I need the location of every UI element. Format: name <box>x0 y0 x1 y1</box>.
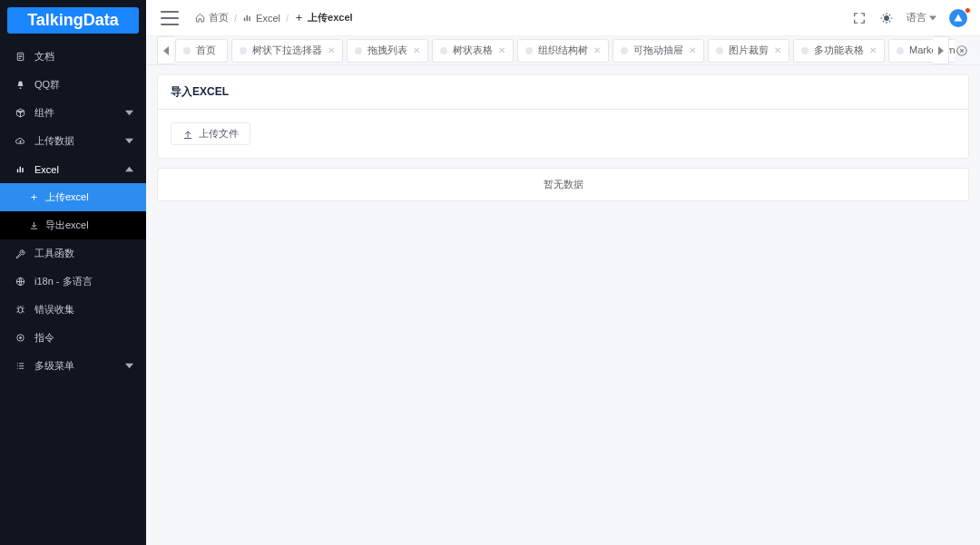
content-area: 导入EXCEL 上传文件 暂无数据 <box>146 65 980 545</box>
user-avatar[interactable] <box>949 7 971 29</box>
home-icon <box>195 13 205 23</box>
sidebar-subitem-4-0[interactable]: 上传excel <box>0 183 146 211</box>
language-label: 语言 <box>906 11 926 24</box>
sidebar-item-6[interactable]: i18n - 多语言 <box>0 268 146 296</box>
svg-point-12 <box>884 15 889 21</box>
svg-rect-11 <box>249 16 250 21</box>
chevron-down-icon <box>929 15 936 22</box>
sidebar-item-9[interactable]: 多级菜单 <box>0 352 146 380</box>
chevron-down-icon <box>125 362 133 370</box>
svg-rect-10 <box>247 15 248 21</box>
breadcrumb-separator: / <box>286 13 289 24</box>
sidebar-item-label: 指令 <box>34 331 54 345</box>
bar-icon <box>13 164 27 174</box>
tab-0[interactable]: 首页 <box>175 39 228 63</box>
upload-file-button[interactable]: 上传文件 <box>171 122 250 145</box>
sidebar-subitem-label: 导出excel <box>45 219 89 232</box>
tab-3[interactable]: 树状表格✕ <box>432 39 514 63</box>
tab-status-dot <box>525 47 533 54</box>
sidebar-item-3[interactable]: 上传数据 <box>0 127 146 155</box>
sidebar-item-label: QQ群 <box>34 78 60 92</box>
upload-icon <box>182 129 193 140</box>
breadcrumb-separator: / <box>234 13 237 24</box>
header-actions: 语言 <box>852 7 971 29</box>
close-icon[interactable]: ✕ <box>413 45 420 55</box>
tab-label: 拖拽列表 <box>368 44 407 57</box>
tab-6[interactable]: 图片裁剪✕ <box>708 39 789 63</box>
breadcrumb-item-2: 上传excel <box>294 11 353 24</box>
upload-file-label: 上传文件 <box>199 127 239 141</box>
tab-5[interactable]: 可拖动抽屉✕ <box>612 39 704 63</box>
main-column: 首页/Excel/上传excel 语言 首页树状下 <box>146 0 980 545</box>
tab-7[interactable]: 多功能表格✕ <box>793 39 885 63</box>
sidebar-item-8[interactable]: 指令 <box>0 324 146 352</box>
sidebar-toggle-button[interactable] <box>161 11 179 25</box>
tab-status-dot <box>355 47 362 54</box>
close-icon[interactable]: ✕ <box>328 45 335 55</box>
tabs-scroll-left[interactable] <box>157 36 173 64</box>
sidebar-item-1[interactable]: QQ群 <box>0 71 146 99</box>
tab-status-dot <box>897 47 904 54</box>
tab-label: 多功能表格 <box>814 44 864 57</box>
doc-icon <box>13 52 27 62</box>
sidebar-subitem-4-1[interactable]: 导出excel <box>0 211 146 239</box>
sidebar-menu: 文档QQ群组件上传数据Excel上传excel导出excel工具函数i18n -… <box>0 41 146 545</box>
tab-label: 组织结构树 <box>538 44 588 57</box>
sidebar-item-label: 组件 <box>34 106 54 120</box>
tab-status-dot <box>440 47 447 54</box>
breadcrumb-item-0[interactable]: 首页 <box>195 11 229 24</box>
app-logo[interactable]: TalkingData <box>7 7 139 34</box>
sidebar-item-label: 多级菜单 <box>34 359 74 373</box>
tab-4[interactable]: 组织结构树✕ <box>517 39 609 63</box>
empty-data-card: 暂无数据 <box>157 168 969 201</box>
sidebar-item-label: Excel <box>34 164 59 175</box>
svg-rect-3 <box>19 167 20 172</box>
tabs-scroll-right[interactable] <box>933 36 949 64</box>
close-icon[interactable]: ✕ <box>689 45 696 55</box>
sidebar-item-7[interactable]: 错误收集 <box>0 296 146 324</box>
close-icon[interactable]: ✕ <box>593 45 601 55</box>
tab-2[interactable]: 拖拽列表✕ <box>347 39 428 63</box>
cube-icon <box>13 108 27 118</box>
tab-label: 树状表格 <box>453 44 493 57</box>
svg-point-6 <box>18 307 23 313</box>
breadcrumb-item-1[interactable]: Excel <box>242 13 280 24</box>
bug-icon <box>13 305 27 315</box>
tab-1[interactable]: 树状下拉选择器✕ <box>231 39 343 63</box>
sidebar-item-label: 工具函数 <box>34 247 74 260</box>
card-title: 导入EXCEL <box>158 75 968 110</box>
bug-icon[interactable] <box>879 11 894 25</box>
list-icon <box>13 361 27 371</box>
header-bar: 首页/Excel/上传excel 语言 <box>146 0 980 36</box>
tab-status-dot <box>183 47 191 54</box>
bar-icon <box>242 13 252 23</box>
notification-dot <box>965 7 971 14</box>
fullscreen-icon[interactable] <box>852 11 867 25</box>
sidebar-item-5[interactable]: 工具函数 <box>0 239 146 268</box>
tab-label: 图片裁剪 <box>729 44 769 57</box>
sidebar-item-label: i18n - 多语言 <box>34 275 93 288</box>
breadcrumb-label: 首页 <box>209 11 229 24</box>
sidebar-item-4[interactable]: Excel <box>0 155 146 183</box>
sidebar-item-label: 错误收集 <box>34 303 74 316</box>
sidebar-item-label: 上传数据 <box>34 134 74 148</box>
tab-status-dot <box>240 47 247 54</box>
close-icon[interactable]: ✕ <box>774 45 781 55</box>
sidebar-item-2[interactable]: 组件 <box>0 99 146 127</box>
download-icon <box>27 220 40 230</box>
sidebar-item-0[interactable]: 文档 <box>0 43 146 71</box>
svg-rect-2 <box>16 170 17 173</box>
tab-label: 树状下拉选择器 <box>252 44 322 57</box>
sidebar: TalkingData 文档QQ群组件上传数据Excel上传excel导出exc… <box>0 0 146 545</box>
svg-point-8 <box>19 336 22 339</box>
close-icon[interactable]: ✕ <box>869 45 877 55</box>
bell-icon <box>13 80 27 90</box>
language-dropdown[interactable]: 语言 <box>906 11 936 24</box>
chevron-up-icon <box>125 165 133 173</box>
breadcrumb-label: Excel <box>256 13 280 24</box>
tab-label: 首页 <box>196 44 216 57</box>
tabs-close-all-button[interactable] <box>953 36 971 64</box>
close-icon[interactable]: ✕ <box>498 45 505 55</box>
sidebar-subitem-label: 上传excel <box>45 190 89 204</box>
plus-icon <box>294 13 304 23</box>
